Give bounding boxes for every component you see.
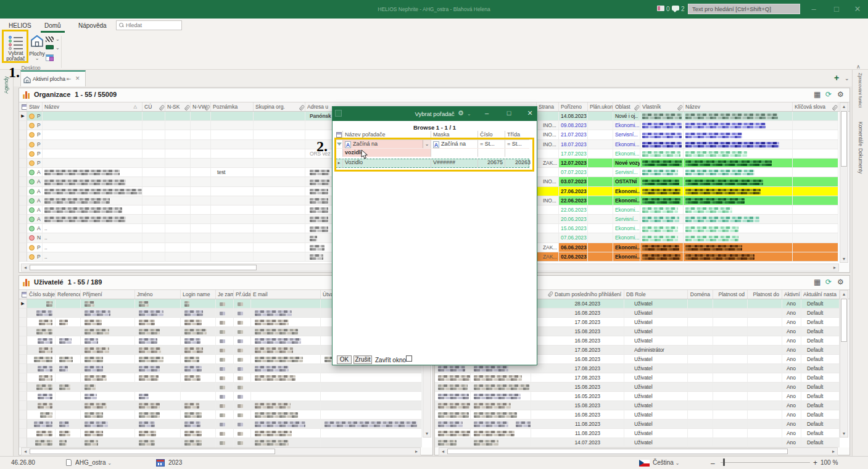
- table-row[interactable]: 16.05.2023UživatelAnoDefault: [435, 392, 849, 401]
- zoom-slider-track[interactable]: [721, 462, 810, 463]
- table-row[interactable]: 11.08.2023UživatelAnoDefault: [435, 420, 849, 429]
- column-header-platod[interactable]: Platnost od: [713, 290, 748, 299]
- table-row[interactable]: [19, 373, 432, 383]
- table-row[interactable]: 15.08.2023UživatelAnoDefault: [435, 383, 849, 392]
- column-header-prudaje[interactable]: Př.údaj: [234, 290, 251, 299]
- column-header-prijmeni[interactable]: Příjmení: [81, 290, 135, 299]
- column-header-aktualni[interactable]: Aktuální nasta: [801, 290, 840, 299]
- ribbon-tab-domu[interactable]: Domů: [44, 22, 61, 29]
- window-settings-icon[interactable]: [46, 54, 54, 61]
- tab-list-caret[interactable]: ⌄: [845, 75, 849, 81]
- column-header-datum[interactable]: Datum posledního přihlášení: [531, 290, 624, 299]
- dialog-title-bar[interactable]: Vybrat pořadač ⚙ ⌄ – □ ✕: [333, 107, 537, 121]
- close-button[interactable]: ✕: [848, 0, 867, 19]
- table-row[interactable]: [19, 392, 432, 401]
- close-window-checkbox[interactable]: [406, 355, 412, 362]
- horizontal-scrollbar[interactable]: ◂▸: [439, 447, 838, 455]
- column-header-login[interactable]: Login name: [181, 290, 216, 299]
- ribbon-search-input[interactable]: Hledat: [116, 20, 182, 30]
- ribbon-tab-napoveda[interactable]: Nápověda: [78, 22, 107, 29]
- year-label[interactable]: 2023: [168, 459, 182, 466]
- column-header-skupina[interactable]: Skupina org.: [254, 102, 305, 111]
- message-bubble-icon[interactable]: [672, 6, 679, 10]
- column-header-nvw[interactable]: N-VW: [191, 102, 211, 111]
- column-header-aktivni[interactable]: Aktivní: [782, 290, 801, 299]
- table-view-icon[interactable]: ▦: [814, 90, 820, 99]
- dialog-gear-icon[interactable]: ⚙: [458, 109, 464, 117]
- tab-pin-icon[interactable]: ⇤: [67, 76, 72, 82]
- column-header-role[interactable]: DB Role: [624, 290, 688, 299]
- horizontal-scrollbar[interactable]: ◂▸: [21, 447, 421, 455]
- sidebar-item-dokumenty[interactable]: Dokumenty: [858, 148, 864, 173]
- column-header-planukon[interactable]: Plán.ukon: [588, 102, 613, 111]
- color-swatch-caret[interactable]: ⌄: [56, 46, 60, 50]
- cell-nazev: [43, 112, 143, 121]
- refresh-icon[interactable]: ⟳: [825, 278, 832, 286]
- hide-columns-caret[interactable]: ⌄: [56, 38, 60, 41]
- tab-close-icon[interactable]: ✕: [75, 75, 80, 81]
- table-row[interactable]: 17.08.2023UživatelAnoDefault: [435, 373, 849, 383]
- zoom-out-button[interactable]: –: [711, 459, 715, 468]
- zoom-slider-thumb[interactable]: [723, 459, 725, 466]
- zoom-in-button[interactable]: +: [813, 459, 817, 467]
- column-header-email[interactable]: E mail: [251, 290, 321, 299]
- column-header-oblast[interactable]: Oblast: [613, 102, 640, 111]
- table-row[interactable]: 17.08.2023UživatelAnoDefault: [435, 364, 849, 373]
- tab-aktivni-plocha[interactable]: Aktivní plocha ⇤ ✕: [20, 70, 86, 86]
- column-header-nazev2[interactable]: Název: [684, 102, 793, 111]
- column-header-platdo[interactable]: Platnost do: [748, 290, 782, 299]
- ribbon-collapse-chevron[interactable]: ∧: [856, 64, 861, 70]
- table-row[interactable]: [19, 364, 432, 373]
- table-row[interactable]: 16.08.2023UživatelAnoDefault: [435, 410, 849, 420]
- surfaces-button[interactable]: Plochy ⌄: [29, 35, 45, 67]
- column-header-porizeno[interactable]: Pořízeno: [559, 102, 588, 111]
- cancel-button[interactable]: Zrušit: [353, 355, 372, 364]
- vertical-scrollbar[interactable]: ▴▾: [840, 290, 848, 438]
- column-header-nazev[interactable]: Název△: [43, 102, 143, 111]
- column-header-klicova[interactable]: Klíčová slova: [793, 102, 838, 111]
- table-row[interactable]: [19, 429, 432, 438]
- column-header-stav[interactable]: Stav: [27, 102, 43, 111]
- refresh-icon[interactable]: ⟳: [825, 90, 832, 99]
- sidebar-item-zpracovani-funkci[interactable]: Zpracování funkcí: [858, 73, 863, 107]
- minimize-button[interactable]: –: [804, 0, 823, 19]
- database-label[interactable]: AHG_ostra ⌄: [75, 459, 112, 466]
- ribbon-tab-helios[interactable]: HELIOS: [9, 22, 31, 29]
- maximize-button[interactable]: □: [827, 0, 846, 19]
- language-label[interactable]: Čeština ⌄: [653, 459, 679, 466]
- global-search-input[interactable]: Text pro hledání [Ctrl+Shift+Q]: [688, 4, 800, 14]
- dialog-minimize-button[interactable]: –: [482, 109, 492, 117]
- dialog-maximize-button[interactable]: □: [504, 109, 514, 117]
- table-row[interactable]: 14.07.2023UživatelAnoDefault: [435, 438, 849, 447]
- table-row[interactable]: [19, 420, 432, 429]
- table-row[interactable]: 11.08.2023UživatelAnoDefault: [435, 429, 849, 438]
- table-row[interactable]: [19, 383, 432, 392]
- column-header-poznamka[interactable]: Poznámka: [211, 102, 254, 111]
- dialog-close-button[interactable]: ✕: [525, 109, 535, 117]
- column-header-reference[interactable]: Reference: [56, 290, 81, 299]
- column-header-domena[interactable]: Doména: [688, 290, 713, 299]
- ok-button[interactable]: OK: [337, 355, 352, 364]
- column-header-strana[interactable]: Strana: [537, 102, 559, 111]
- column-header-vlastnik[interactable]: Vlastník: [640, 102, 684, 111]
- dialog-gear-caret[interactable]: ⌄: [467, 111, 471, 117]
- table-row[interactable]: [19, 401, 432, 410]
- new-tab-button[interactable]: +: [834, 73, 839, 83]
- color-swatch-icon[interactable]: [46, 45, 54, 49]
- column-header-cu[interactable]: CÚ: [143, 102, 165, 111]
- table-view-icon[interactable]: ▦: [814, 278, 820, 286]
- column-header-jmeno[interactable]: Jméno: [135, 290, 181, 299]
- vertical-scrollbar[interactable]: ▴▾: [840, 102, 848, 263]
- table-row[interactable]: 15.08.2023UživatelAnoDefault: [435, 401, 849, 410]
- column-header-nsk[interactable]: N-SK: [165, 102, 191, 111]
- column-header-cislo[interactable]: Číslo subjek: [27, 290, 56, 299]
- notification-card-icon[interactable]: [657, 6, 664, 11]
- settings-gear-icon[interactable]: ⚙: [837, 90, 844, 99]
- hide-columns-icon[interactable]: [46, 36, 54, 42]
- column-header-jezam[interactable]: Je zamě: [216, 290, 234, 299]
- cell-poznamka: test: [211, 168, 254, 177]
- table-row[interactable]: [19, 438, 432, 447]
- sidebar-item-komentare[interactable]: Komentáře: [858, 122, 864, 146]
- table-row[interactable]: [19, 410, 432, 420]
- settings-gear-icon[interactable]: ⚙: [837, 278, 844, 286]
